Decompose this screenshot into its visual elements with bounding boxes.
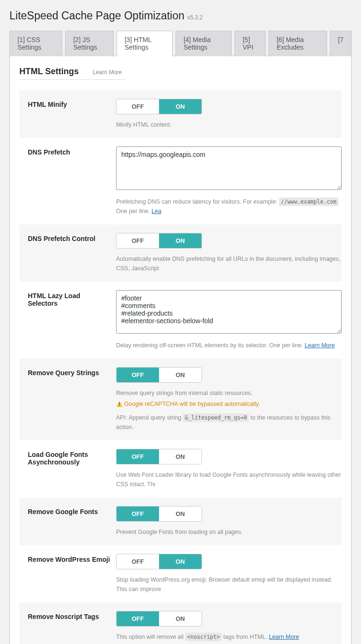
toggle-remove-google-fonts-on[interactable]: ON — [159, 507, 201, 521]
desc-remove-google-fonts: Prevent Google Fonts from loading on all… — [116, 527, 342, 537]
section-header: HTML Settings Learn More — [19, 67, 126, 80]
toggle-remove-google-fonts-off[interactable]: OFF — [117, 507, 159, 521]
section-title: HTML Settings — [19, 67, 79, 77]
label-dns-prefetch-control: DNS Prefetch Control — [19, 224, 116, 282]
tab-html-settings[interactable]: [3] HTML Settings — [117, 31, 173, 56]
label-remove-query: Remove Query Strings — [19, 359, 116, 440]
toggle-dns-prefetch-control-off[interactable]: OFF — [117, 233, 159, 248]
desc-google-fonts-async: Use Web Font Loader library to load Goog… — [116, 470, 342, 489]
toggle-google-fonts-async-on[interactable]: ON — [159, 449, 201, 464]
tab-content: HTML Settings Learn More HTML Minify OFF… — [9, 56, 352, 644]
desc-remove-query: Remove query strings from internal stati… — [116, 388, 342, 398]
tab-vpi[interactable]: [5] VPI — [235, 31, 266, 56]
label-remove-google-fonts: Remove Google Fonts — [19, 498, 116, 545]
toggle-remove-noscript-off[interactable]: OFF — [117, 611, 159, 626]
toggle-remove-wp-emoji[interactable]: OFF ON — [116, 554, 202, 569]
desc-remove-wp-emoji: Stop loading WordPress.org emoji. Browse… — [116, 575, 342, 594]
link-html-lazy-learn[interactable]: Learn More — [305, 342, 335, 349]
toggle-dns-prefetch-control[interactable]: OFF ON — [116, 233, 202, 249]
toggle-remove-query-off[interactable]: OFF — [117, 368, 159, 382]
toggle-remove-noscript-on[interactable]: ON — [159, 611, 201, 626]
toggle-html-minify[interactable]: OFF ON — [116, 99, 202, 114]
toggle-google-fonts-async[interactable]: OFF ON — [116, 449, 202, 464]
input-dns-prefetch[interactable] — [116, 146, 342, 190]
desc-dns-prefetch-control: Automatically enable DNS prefetching for… — [116, 254, 342, 273]
label-google-fonts-async: Load Google Fonts Asynchronously — [19, 440, 116, 498]
desc-html-minify: Minify HTML content. — [116, 120, 342, 129]
label-remove-wp-emoji: Remove WordPress Emoji — [19, 545, 116, 602]
toggle-html-minify-on[interactable]: ON — [159, 99, 201, 114]
page-title: LiteSpeed Cache Page Optimization v5.3.2 — [9, 9, 352, 22]
toggle-remove-noscript[interactable]: OFF ON — [116, 611, 202, 627]
desc-html-lazy: Delay rendering off-screen HTML elements… — [116, 341, 342, 350]
desc-dns-prefetch: Prefetching DNS can reduce latency for v… — [116, 197, 342, 216]
toggle-dns-prefetch-control-on[interactable]: ON — [159, 233, 201, 248]
toggle-html-minify-off[interactable]: OFF — [117, 99, 159, 114]
tab-bar: [1] CSS Settings [2] JS Settings [3] HTM… — [9, 31, 352, 56]
desc-remove-noscript: This option will remove all <noscript> t… — [116, 632, 342, 642]
tab-css-settings[interactable]: [1] CSS Settings — [9, 31, 62, 56]
label-html-minify: HTML Minify — [19, 90, 116, 138]
link-noscript-learn[interactable]: Learn More — [269, 634, 299, 640]
tab-seven[interactable]: [7 — [330, 31, 352, 56]
tab-js-settings[interactable]: [2] JS Settings — [65, 31, 114, 56]
tab-media-settings[interactable]: [4] Media Settings — [176, 31, 232, 56]
toggle-remove-wp-emoji-on[interactable]: ON — [159, 554, 201, 569]
code-dns-example: //www.example.com — [279, 197, 338, 206]
toggle-remove-query[interactable]: OFF ON — [116, 367, 202, 383]
tab-media-excludes[interactable]: [6] Media Excludes — [269, 31, 327, 56]
warn-remove-query: Google reCAPTCHA will be bypassed automa… — [116, 401, 342, 407]
label-html-lazy: HTML Lazy Load Selectors — [19, 282, 116, 359]
code-noscript: <noscript> — [185, 633, 222, 641]
section-learn-more-link[interactable]: Learn More — [93, 69, 122, 76]
toggle-remove-wp-emoji-off[interactable]: OFF — [117, 554, 159, 569]
toggle-remove-query-on[interactable]: ON — [159, 368, 201, 382]
version-text: v5.3.2 — [187, 14, 203, 21]
input-html-lazy[interactable] — [116, 290, 342, 334]
code-rm-qs: &_litespeed_rm_qs=0 — [183, 413, 249, 422]
api-remove-query: API: Append query string &_litespeed_rm_… — [116, 413, 342, 432]
link-dns-prefetch-learn[interactable]: Lea — [151, 208, 161, 215]
toggle-google-fonts-async-off[interactable]: OFF — [117, 449, 159, 464]
page-title-text: LiteSpeed Cache Page Optimization — [9, 9, 185, 22]
label-dns-prefetch: DNS Prefetch — [19, 138, 116, 224]
toggle-remove-google-fonts[interactable]: OFF ON — [116, 506, 202, 522]
label-remove-noscript: Remove Noscript Tags — [19, 602, 116, 644]
